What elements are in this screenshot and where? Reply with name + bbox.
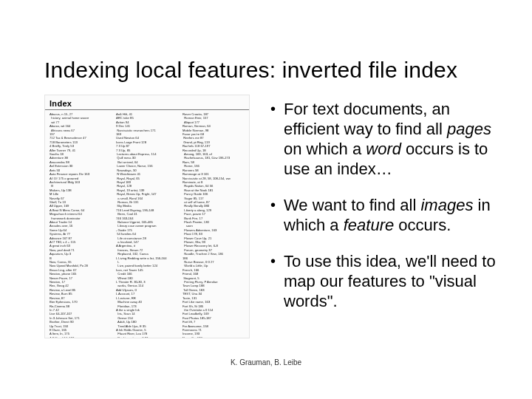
slide-title: Indexing local features: inverted file i… (44, 58, 502, 83)
index-col-3: Rover Croatia, 187 Roman Emir, 157 Aliqu… (183, 112, 246, 338)
credit-line: K. Grauman, B. Leibe (0, 358, 532, 366)
index-columns: Abacus, n 15, 27 history, animal home aw… (45, 110, 249, 338)
bullet-item-2: To use this idea, we'll need to map our … (270, 251, 502, 311)
content-area: Index Abacus, n 15, 27 history, animal h… (44, 95, 502, 355)
index-figure: Index Abacus, n 15, 27 history, animal h… (44, 95, 250, 338)
bullet-item-0: For text documents, an efficient way to … (270, 99, 502, 179)
bullet-em-text: word (366, 140, 401, 158)
bullet-em-text: pages (447, 120, 491, 138)
slide: Indexing local features: inverted file i… (0, 0, 532, 399)
bullet-list: For text documents, an efficient way to … (250, 95, 502, 355)
bullet-text: on which a (284, 140, 366, 158)
bullet-text: To use this idea, we'll need to map our … (284, 252, 496, 310)
bullet-text: For text documents, an efficient way to … (284, 100, 450, 138)
bullet-item-1: We want to find all images in which a fe… (270, 195, 502, 235)
index-col-2: An& Hilt, 41 ARC take 85 Action 94 9 Dec… (116, 112, 180, 338)
bullet-text: occurs. (394, 216, 451, 234)
bullet-text: We want to find all (284, 196, 420, 214)
index-col-1: Abacus, n 15, 27 history, animal home aw… (50, 112, 113, 338)
bullet-em-text: feature (344, 216, 395, 234)
index-figure-heading: Index (45, 95, 249, 110)
bullet-em-text: images (420, 196, 473, 214)
